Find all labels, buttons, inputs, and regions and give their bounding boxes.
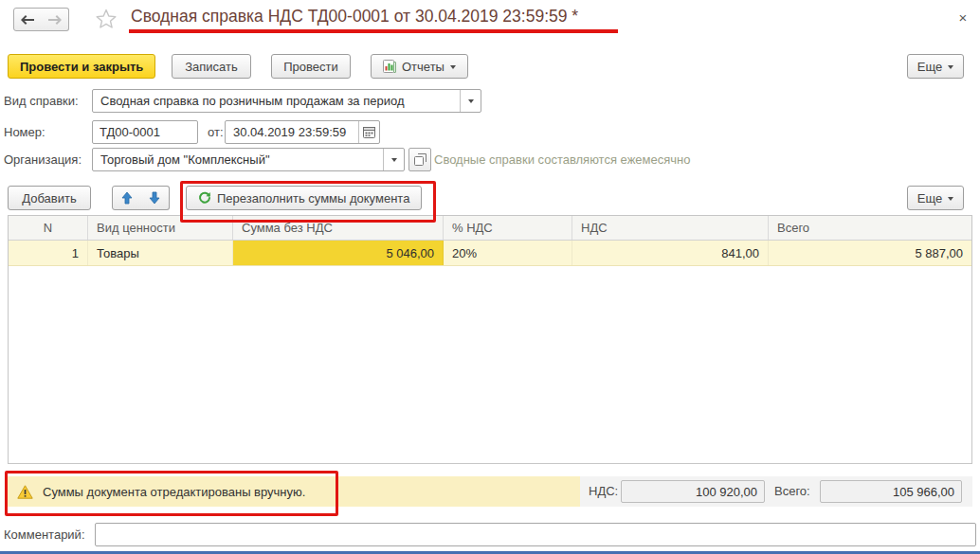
row-cell-total[interactable]: 5 887,00: [769, 241, 971, 265]
warning-strip: Суммы документа отредактированы вручную.: [8, 476, 580, 507]
col-header-n[interactable]: N: [9, 216, 88, 240]
kind-select[interactable]: Сводная справка по розничным продажам за…: [92, 89, 481, 113]
back-arrow-icon: [21, 15, 34, 25]
col-header-vat[interactable]: НДС: [572, 216, 769, 240]
forward-arrow-icon: [48, 15, 62, 25]
organization-field-label: Организация:: [4, 152, 82, 167]
comment-input[interactable]: [95, 523, 976, 546]
organization-open-button[interactable]: [408, 148, 431, 171]
chevron-down-icon: [450, 65, 456, 69]
close-icon[interactable]: ×: [953, 7, 973, 27]
move-down-button[interactable]: [140, 186, 170, 210]
save-label: Записать: [185, 60, 238, 74]
reports-label: Отчеты: [402, 60, 445, 74]
warning-text: Суммы документа отредактированы вручную.: [43, 485, 305, 499]
add-row-button[interactable]: Добавить: [8, 186, 91, 210]
forward-button[interactable]: [41, 8, 69, 31]
row-cell-n[interactable]: 1: [9, 241, 88, 265]
row-cell-kind[interactable]: Товары: [88, 241, 233, 265]
calendar-button[interactable]: [358, 121, 379, 143]
reports-button[interactable]: Отчеты: [371, 54, 468, 79]
refill-sums-button[interactable]: Перезаполнить суммы документа: [186, 186, 422, 210]
warning-icon: [17, 485, 33, 499]
date-input-value: 30.04.2019 23:59:59: [226, 121, 358, 143]
number-field-label: Номер:: [4, 125, 45, 139]
chevron-down-icon: [948, 65, 953, 69]
kind-select-value: Сводная справка по розничным продажам за…: [93, 90, 460, 112]
kind-select-arrow[interactable]: [460, 90, 481, 112]
refresh-icon: [198, 191, 211, 205]
post-label: Провести: [283, 60, 338, 74]
open-form-icon: [414, 153, 426, 166]
date-field-label: от:: [208, 125, 224, 139]
chevron-down-icon: [468, 99, 474, 103]
date-input[interactable]: 30.04.2019 23:59:59: [225, 120, 380, 144]
document-form-window: Сводная справка НДС ТД00-0001 от 30.04.2…: [0, 0, 980, 554]
favorite-star-icon[interactable]: [95, 8, 118, 30]
vat-total-label: НДС:: [589, 484, 618, 498]
kind-field-label: Вид справки:: [4, 94, 79, 108]
post-and-close-label: Провести и закрыть: [20, 60, 143, 74]
grand-total-field[interactable]: [820, 480, 962, 503]
col-header-rate[interactable]: % НДС: [444, 216, 572, 240]
col-header-kind[interactable]: Вид ценности: [88, 216, 233, 240]
vat-total-field[interactable]: [621, 480, 765, 503]
col-header-total[interactable]: Всего: [769, 216, 971, 240]
arrow-up-icon: [121, 191, 133, 205]
post-and-close-button[interactable]: Провести и закрыть: [8, 54, 155, 79]
annotation-title-underline: [129, 29, 618, 33]
back-button[interactable]: [13, 8, 42, 31]
chevron-down-icon: [948, 197, 953, 201]
items-table: N Вид ценности Сумма без НДС % НДС НДС В…: [8, 215, 972, 464]
more-label: Еще: [917, 60, 942, 74]
organization-select-arrow[interactable]: [383, 149, 404, 170]
page-title: Сводная справка НДС ТД00-0001 от 30.04.2…: [131, 7, 578, 27]
post-button[interactable]: Провести: [271, 54, 351, 79]
add-row-label: Добавить: [22, 191, 76, 206]
chevron-down-icon: [391, 158, 397, 162]
more-button-top[interactable]: Еще: [907, 54, 964, 79]
table-header-row: N Вид ценности Сумма без НДС % НДС НДС В…: [9, 216, 971, 241]
more-label: Еще: [917, 191, 942, 206]
arrow-down-icon: [149, 191, 160, 205]
row-cell-sum-selected[interactable]: 5 046,00: [233, 241, 444, 265]
report-icon: [383, 60, 396, 73]
calendar-icon: [363, 126, 375, 138]
refill-sums-label: Перезаполнить суммы документа: [217, 191, 409, 206]
organization-select[interactable]: Торговый дом "Комплексный": [92, 148, 405, 171]
more-button-table[interactable]: Еще: [907, 186, 964, 210]
organization-note: Сводные справки составляются ежемесячно: [434, 152, 690, 167]
row-cell-rate[interactable]: 20%: [444, 241, 572, 265]
table-row[interactable]: 1 Товары 5 046,00 20% 841,00 5 887,00: [9, 241, 971, 266]
grand-total-label: Всего:: [774, 484, 810, 498]
comment-field-label: Комментарий:: [4, 527, 85, 542]
organization-select-value: Торговый дом "Комплексный": [93, 149, 383, 170]
col-header-sum[interactable]: Сумма без НДС: [233, 216, 444, 240]
row-cell-vat[interactable]: 841,00: [572, 241, 769, 265]
number-input[interactable]: [92, 120, 198, 144]
move-up-button[interactable]: [112, 186, 141, 210]
save-button[interactable]: Записать: [172, 54, 251, 79]
